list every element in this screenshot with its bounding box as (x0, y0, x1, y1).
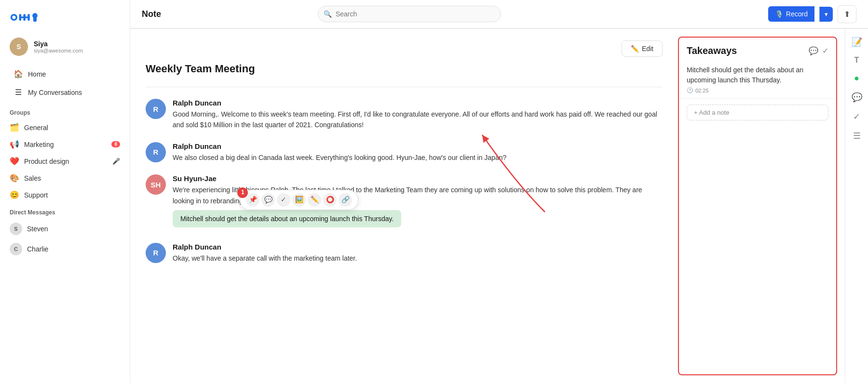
user-email: siya@awesome.com (34, 48, 83, 53)
rs-chat-icon[interactable]: 💬 (852, 92, 862, 103)
takeaways-check-icon[interactable]: ✓ (822, 46, 828, 55)
logo-area (0, 0, 130, 33)
sidebar: S Siya siya@awesome.com 🏠 Home ☰ My Conv… (0, 0, 130, 383)
mic-icon: 🎤 (112, 158, 120, 165)
toolbar-comment-btn[interactable]: 💬 (261, 193, 275, 207)
topbar-right: 🎙️ Record ▾ ⬆ (768, 5, 856, 23)
search-icon: 🔍 (324, 10, 332, 18)
dm-avatar-steven: S (10, 223, 22, 235)
message-block: R Ralph Duncan We also closed a big deal… (146, 142, 663, 163)
toolbar-edit-btn[interactable]: ✏️ (308, 193, 321, 207)
right-sidebar: 📝 T ● 💬 ✓ ☰ (845, 29, 868, 383)
nav-home-label: Home (28, 70, 46, 78)
conversation-panel: ✏️ Edit Weekly Team Meeting R Ralph Dunc… (130, 29, 678, 383)
marketing-badge: 8 (111, 141, 120, 147)
edit-icon: ✏️ (631, 45, 639, 53)
svg-rect-7 (33, 17, 37, 22)
groups-section-label: Groups (0, 104, 130, 119)
app-logo (10, 9, 48, 26)
group-general[interactable]: 🗂️ General (0, 119, 130, 136)
rs-green-dot-icon[interactable]: ● (854, 73, 859, 83)
takeaways-header: Takeaways 💬 ✓ (679, 38, 836, 60)
svg-point-1 (12, 15, 15, 19)
avatar-ralph-1: R (146, 99, 166, 119)
record-chevron-button[interactable]: ▾ (819, 7, 833, 22)
dm-avatar-charlie: C (10, 243, 22, 255)
main-nav: 🏠 Home ☰ My Conversations (0, 63, 130, 104)
toolbar-pin-btn[interactable]: 📌 (246, 193, 259, 207)
user-name: Siya (34, 40, 83, 48)
message-block: R Ralph Duncan Good Morning,. Welcome to… (146, 99, 663, 131)
svg-rect-5 (19, 16, 30, 18)
message-text: Good Morning,. Welcome to this week's te… (173, 109, 663, 131)
avatar: S (10, 38, 28, 56)
takeaways-title: Takeaways (687, 45, 737, 56)
nav-home[interactable]: 🏠 Home (4, 65, 126, 83)
message-text: Okay, we'll have a separate call with th… (173, 253, 663, 264)
edit-button[interactable]: ✏️ Edit (622, 40, 663, 57)
groups-list: 🗂️ General 📢 Marketing 8 ❤️ Product desi… (0, 119, 130, 203)
dm-charlie[interactable]: C Charlie (0, 239, 130, 259)
nav-my-conversations[interactable]: ☰ My Conversations (4, 83, 126, 101)
rs-note-icon[interactable]: 📝 (852, 37, 862, 47)
dm-steven[interactable]: S Steven (0, 219, 130, 239)
group-support[interactable]: 😊 Support (0, 186, 130, 203)
main-content: Note 🔍 🎙️ Record ▾ ⬆ ✏️ Edit Weekly Team… (130, 0, 868, 383)
add-note-button[interactable]: + Add a note (687, 105, 828, 120)
avatar-ralph-3: R (146, 243, 166, 263)
speaker-name: Ralph Duncan (173, 99, 663, 107)
upload-button[interactable]: ⬆ (838, 5, 856, 23)
message-text: We also closed a big deal in Canada last… (173, 152, 663, 163)
speaker-name: Ralph Duncan (173, 142, 663, 150)
record-button[interactable]: 🎙️ Record (768, 6, 814, 22)
group-product-design[interactable]: ❤️ Product design 🎤 (0, 153, 130, 170)
takeaway-item: Mitchell should get the details about an… (679, 60, 836, 99)
divider (146, 87, 663, 87)
rs-text-icon[interactable]: T (854, 56, 859, 65)
content-area: ✏️ Edit Weekly Team Meeting R Ralph Dunc… (130, 29, 868, 383)
takeaways-panel: Takeaways 💬 ✓ Mitchell should get the de… (678, 37, 837, 375)
topbar: Note 🔍 🎙️ Record ▾ ⬆ (130, 0, 868, 29)
rs-check-circle-icon[interactable]: ✓ (853, 111, 860, 122)
highlight-text: Mitchell should get the details about an… (173, 210, 401, 227)
clock-icon: 🕐 (687, 87, 693, 93)
topbar-title: Note (142, 9, 180, 19)
takeaways-chat-icon[interactable]: 💬 (809, 46, 818, 55)
takeaway-text: Mitchell should get the details about an… (687, 65, 828, 85)
toolbar-circle-btn[interactable]: ⭕ (323, 193, 337, 207)
dm-section-label: Direct Messages (0, 203, 130, 219)
message-text: We're experiencing little hiccups Ralph.… (173, 185, 663, 206)
text-toolbar: 1 📌 💬 ✓ 🖼️ ✏️ ⭕ 🔗 (240, 190, 358, 210)
record-label: Record (786, 10, 808, 18)
search-input[interactable] (318, 6, 501, 22)
message-block-su: SH Su Hyun-Jae We're experiencing little… (146, 174, 663, 227)
dm-charlie-label: Charlie (27, 245, 48, 253)
avatar-su: SH (146, 174, 166, 195)
group-marketing[interactable]: 📢 Marketing 8 (0, 136, 130, 153)
message-block-ralph-3: R Ralph Duncan Okay, we'll have a separa… (146, 243, 663, 264)
mic-icon: 🎙️ (775, 10, 783, 18)
dm-list: S Steven C Charlie (0, 219, 130, 259)
meeting-title: Weekly Team Meeting (146, 63, 663, 75)
avatar-ralph-2: R (146, 142, 166, 162)
home-icon: 🏠 (14, 69, 23, 79)
toolbar-image-btn[interactable]: 🖼️ (292, 193, 306, 207)
conversations-icon: ☰ (14, 88, 23, 97)
toolbar-badge: 1 (237, 187, 248, 198)
speaker-name: Ralph Duncan (173, 243, 663, 251)
dm-steven-label: Steven (27, 225, 48, 233)
toolbar-check-btn[interactable]: ✓ (277, 193, 290, 207)
takeaway-time: 🕐 02:25 (687, 87, 828, 93)
group-sales[interactable]: 🎨 Sales (0, 170, 130, 186)
speaker-name: Su Hyun-Jae (173, 174, 663, 183)
rs-list-icon[interactable]: ☰ (853, 131, 861, 141)
toolbar-link-btn[interactable]: 🔗 (339, 193, 352, 207)
search-bar: 🔍 (318, 6, 501, 22)
user-profile[interactable]: S Siya siya@awesome.com (0, 33, 130, 63)
nav-conversations-label: My Conversations (28, 89, 82, 96)
edit-label: Edit (642, 45, 653, 53)
